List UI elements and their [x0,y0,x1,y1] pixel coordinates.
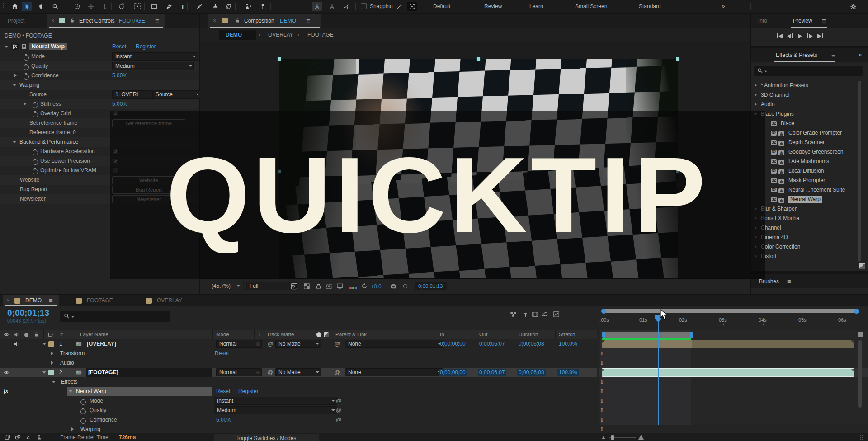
tab-timeline-demo[interactable]: × DEMO ≡ [3,295,59,306]
stopwatch-icon[interactable] [80,418,86,424]
close-icon[interactable]: × [51,17,55,24]
workspace-default[interactable]: Default [433,3,450,9]
preserve-transparency-checkbox[interactable] [256,370,260,375]
panel-menu-icon[interactable]: ≡ [787,277,791,285]
stopwatch-icon[interactable] [24,55,29,61]
in-value[interactable]: 0;00;00;00 [439,369,467,376]
layer-name[interactable]: [OVERLAY] [87,341,116,347]
clone-stamp-tool[interactable] [210,2,220,11]
fx-badge-icon[interactable]: fx [4,388,8,394]
transparency-grid-icon[interactable] [303,283,310,290]
modes-icon[interactable] [324,332,329,337]
list-item[interactable]: Blace Plugins [751,109,862,119]
property-row-confidence[interactable]: Confidence 5.00% @ I [0,415,868,425]
reset-link[interactable]: Reset [215,350,229,357]
graph-editor-icon[interactable] [553,311,560,318]
expand-chevron-icon[interactable] [52,381,56,383]
list-item[interactable]: 3D Channel [751,90,862,100]
toggle-switches-modes-button[interactable]: Toggle Switches / Modes [214,434,319,441]
stopwatch-icon[interactable] [80,409,86,414]
hand-tool[interactable] [36,2,46,11]
layer-label-chip[interactable] [48,341,54,347]
property-row-audio[interactable]: Audio I [0,358,868,368]
lock-icon[interactable] [69,18,75,23]
stopwatch-icon[interactable] [33,112,38,117]
camera-tool[interactable] [132,2,142,11]
tab-composition[interactable]: × Composition DEMO ≡ [208,14,321,28]
tab-effects-presets[interactable]: Effects & Presets [776,52,817,58]
layer-row-footage[interactable]: 2 [FOOTAGE] Normal @ No Matte @ None 0;0… [0,368,868,377]
snapping-checkbox[interactable] [361,3,367,9]
panel-menu-icon[interactable]: ≡ [822,17,826,24]
roto-brush-tool[interactable] [243,2,253,11]
chevron-down-icon[interactable] [13,141,16,143]
list-item[interactable]: 32Goodbye Greenscreen [751,147,862,157]
stopwatch-icon[interactable] [80,399,86,405]
layer-handle[interactable] [278,170,281,173]
expand-chevron-icon[interactable] [69,390,72,393]
breadcrumb-overlay[interactable]: OVERLAY [268,32,293,38]
workspace-standard[interactable]: Standard [639,3,661,9]
layer-bar-footage[interactable] [602,369,854,376]
effect-name[interactable]: Neural Warp [29,43,67,50]
layer-handle[interactable] [278,57,281,61]
timeline-zoom-handle[interactable] [611,435,614,440]
current-timecode[interactable]: 0;00;01;13 [7,308,49,318]
expand-chevron-icon[interactable] [71,427,74,431]
home-button[interactable] [10,2,20,11]
expand-chevron-icon[interactable] [42,371,46,374]
tab-timeline-overlay[interactable]: OVERLAY [142,295,197,306]
dolly-camera-tool[interactable] [99,2,109,11]
register-link[interactable]: Register [238,388,259,394]
puppet-pin-tool[interactable] [258,2,268,11]
close-icon[interactable]: × [213,17,217,24]
play-button[interactable] [798,34,802,38]
list-item[interactable]: Blur & Sharpen [751,204,862,214]
duration-value[interactable]: 0;00;06;08 [517,369,546,376]
switches-icon[interactable] [316,332,321,337]
list-item[interactable]: Color Correction [751,242,862,252]
next-frame-button[interactable] [807,33,813,38]
list-item[interactable]: 32Color Grade Prompter [751,128,862,138]
list-item[interactable]: Distort [751,252,862,261]
exposure-value[interactable]: +0.0 [371,283,382,290]
hardware-accel-checkbox[interactable]: ✓ [113,149,119,155]
stretch-value[interactable]: 100.0% [557,369,579,376]
user-icon[interactable] [36,434,42,440]
layer-name-edit-field[interactable]: [FOOTAGE] [86,368,212,377]
parent-pick-whip-icon[interactable]: @ [335,341,340,347]
time-navigator[interactable] [602,309,858,313]
toolbar-grip[interactable] [1,3,4,10]
show-snapshot-icon[interactable] [402,283,409,290]
lock-icon[interactable] [235,18,241,23]
comp-mini-flowchart-icon[interactable] [510,311,517,318]
mode-dropdown[interactable]: Instant [112,52,198,61]
track-matte-dropdown[interactable]: No Matte [275,368,321,376]
render-queue-icon[interactable] [5,434,10,440]
panel-overflow-icon[interactable]: » [859,51,862,58]
in-value[interactable]: 0;00;00;00 [440,341,466,347]
mode-dropdown[interactable]: Instant [214,397,337,405]
quality-dropdown[interactable]: Medium [112,62,194,70]
stopwatch-icon[interactable] [33,150,38,155]
tab-info[interactable]: Info [758,18,767,24]
parent-dropdown[interactable]: None [345,368,443,376]
eraser-tool[interactable] [223,2,233,11]
zoom-level[interactable]: (45.7%) [212,283,231,289]
list-scrollbar[interactable] [858,81,861,262]
settings-gear-icon[interactable] [848,2,858,11]
register-link[interactable]: Register [136,43,156,50]
quality-dropdown[interactable]: Medium [214,406,337,414]
stopwatch-icon[interactable] [24,65,29,70]
time-ruler[interactable]: 0:00s 01s 02s 03s 04s 05s 06s [599,314,868,327]
website-button[interactable]: Website [112,176,185,184]
selection-tool[interactable] [22,2,32,11]
stopwatch-icon[interactable] [33,160,38,165]
view-axis-mode[interactable] [342,2,352,11]
workspace-review[interactable]: Review [484,3,502,9]
pick-whip-icon[interactable]: @ [336,407,341,413]
chevron-down-icon[interactable] [13,84,16,86]
layer-bar-overlay[interactable] [602,340,854,348]
effects-search-input[interactable] [754,66,863,76]
workspace-learn[interactable]: Learn [529,3,543,9]
